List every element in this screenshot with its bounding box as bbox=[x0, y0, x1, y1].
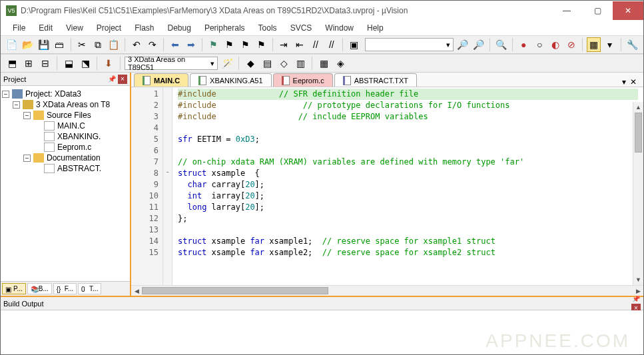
find-icon[interactable]: 🔎 bbox=[456, 37, 470, 52]
nav-fwd-icon[interactable]: ➡ bbox=[184, 37, 198, 52]
configure-icon[interactable]: 🔧 bbox=[625, 37, 639, 52]
menu-tools[interactable]: Tools bbox=[253, 22, 282, 34]
scroll-down-icon[interactable]: ▼ bbox=[633, 274, 643, 285]
scroll-left-icon[interactable]: ◀ bbox=[131, 288, 142, 294]
save-icon[interactable]: 💾 bbox=[37, 37, 51, 52]
file-icon bbox=[343, 76, 351, 85]
editor-tab[interactable]: MAIN.C bbox=[134, 73, 188, 87]
translate-icon[interactable]: ⬒ bbox=[5, 56, 19, 71]
project-tab[interactable]: 0T... bbox=[78, 283, 101, 294]
close-button[interactable]: ✕ bbox=[613, 1, 643, 20]
h-scroll-thumb[interactable] bbox=[142, 287, 328, 294]
project-tab[interactable]: {}F... bbox=[53, 283, 77, 294]
tree-file[interactable]: Eeprom.c bbox=[2, 142, 129, 153]
horizontal-scrollbar[interactable]: ◀ ▶ bbox=[131, 285, 643, 296]
build-output-body[interactable]: APPNEE.COM bbox=[1, 310, 643, 355]
tree-expander-icon[interactable]: – bbox=[13, 101, 20, 109]
manage-rte-icon[interactable]: ◈ bbox=[333, 56, 348, 71]
target-selector[interactable]: 3 XData Areas on T89C51▾ bbox=[125, 57, 218, 70]
menu-edit[interactable]: Edit bbox=[33, 22, 58, 34]
vertical-scrollbar[interactable]: ▲ ▼ bbox=[633, 102, 643, 285]
scroll-thumb[interactable] bbox=[635, 113, 642, 153]
manage-targets-icon[interactable]: ◆ bbox=[243, 56, 258, 71]
tree-file[interactable]: XBANKING. bbox=[2, 131, 129, 142]
build-icon[interactable]: ⊞ bbox=[21, 56, 36, 71]
tree-label: 3 XData Areas on T8 bbox=[36, 100, 110, 109]
macro-icon[interactable]: ▣ bbox=[347, 37, 361, 52]
debug-icon[interactable]: 🔍 bbox=[494, 37, 508, 52]
project-tab[interactable]: 📚B... bbox=[27, 283, 52, 294]
menu-file[interactable]: File bbox=[7, 22, 31, 34]
new-file-icon[interactable]: 📄 bbox=[5, 37, 19, 52]
books-icon[interactable]: ◇ bbox=[276, 56, 291, 71]
find-combo[interactable]: ▾ bbox=[365, 38, 454, 51]
editor-close-icon[interactable]: ✕ bbox=[630, 77, 637, 87]
menu-view[interactable]: View bbox=[61, 22, 89, 34]
menu-window[interactable]: Window bbox=[320, 22, 359, 34]
bookmark-next-icon[interactable]: ⚑ bbox=[238, 37, 252, 52]
layout-dropdown-icon[interactable]: ▾ bbox=[603, 37, 617, 52]
breakpoint-enable-icon[interactable]: ○ bbox=[533, 37, 547, 52]
outdent-icon[interactable]: ⇤ bbox=[293, 37, 307, 52]
window-menu-icon[interactable]: ▾ bbox=[622, 77, 626, 87]
menu-project[interactable]: Project bbox=[91, 22, 127, 34]
minimize-button[interactable]: — bbox=[551, 1, 582, 20]
window-layout-icon[interactable]: ▦ bbox=[587, 37, 601, 52]
menu-peripherals[interactable]: Peripherals bbox=[199, 22, 250, 34]
menu-svcs[interactable]: SVCS bbox=[285, 22, 318, 34]
tree-group[interactable]: –Source Files bbox=[2, 110, 129, 121]
tree-file[interactable]: ABSTRACT. bbox=[2, 163, 129, 174]
cut-icon[interactable]: ✂ bbox=[75, 37, 89, 52]
editor-tab[interactable]: Eeprom.c bbox=[273, 73, 333, 87]
code-area[interactable]: 123456789101112131415 - #include // SFR … bbox=[131, 87, 643, 285]
target-options-icon[interactable]: 🪄 bbox=[220, 56, 234, 71]
project-tab[interactable]: ▣P... bbox=[2, 283, 26, 294]
open-file-icon[interactable]: 📂 bbox=[21, 37, 35, 52]
maximize-button[interactable]: ▢ bbox=[582, 1, 613, 20]
breakpoint-kill-icon[interactable]: ⊘ bbox=[565, 37, 579, 52]
tree-expander-icon[interactable]: – bbox=[23, 155, 31, 162]
menu-debug[interactable]: Debug bbox=[162, 22, 196, 34]
indent-icon[interactable]: ⇥ bbox=[277, 37, 291, 52]
tree-target[interactable]: –3 XData Areas on T8 bbox=[2, 99, 129, 110]
rebuild-icon[interactable]: ⊟ bbox=[38, 56, 53, 71]
pack-icon[interactable]: ▦ bbox=[316, 56, 331, 71]
file-ext-icon[interactable]: ▤ bbox=[260, 56, 274, 71]
bookmark-icon[interactable]: ⚑ bbox=[206, 37, 220, 52]
editor-tab[interactable]: ABSTRACT.TXT bbox=[334, 73, 417, 87]
nav-back-icon[interactable]: ⬅ bbox=[168, 37, 182, 52]
tree-file[interactable]: MAIN.C bbox=[2, 121, 129, 131]
panel-close-icon[interactable]: × bbox=[118, 75, 127, 84]
fold-gutter[interactable]: - bbox=[163, 87, 172, 285]
stop-build-icon[interactable]: ⬔ bbox=[78, 56, 93, 71]
undo-icon[interactable]: ↶ bbox=[129, 37, 143, 52]
scroll-right-icon[interactable]: ▶ bbox=[633, 288, 643, 294]
bookmark-clear-icon[interactable]: ⚑ bbox=[254, 37, 268, 52]
comment-icon[interactable]: // bbox=[308, 37, 322, 52]
tree-expander-icon[interactable]: – bbox=[23, 112, 31, 119]
menu-flash[interactable]: Flash bbox=[129, 22, 159, 34]
download-icon[interactable]: ⬇ bbox=[101, 56, 116, 71]
menu-help[interactable]: Help bbox=[362, 22, 389, 34]
tree-group[interactable]: –Documentation bbox=[2, 153, 129, 163]
watermark-text: APPNEE.COM bbox=[485, 330, 630, 352]
copy-icon[interactable]: ⧉ bbox=[91, 37, 105, 52]
bookmark-prev-icon[interactable]: ⚑ bbox=[222, 37, 236, 52]
code-text[interactable]: #include // SFR definition header file #… bbox=[172, 87, 643, 285]
separator bbox=[71, 38, 71, 51]
batch-build-icon[interactable]: ⬓ bbox=[61, 56, 76, 71]
redo-icon[interactable]: ↷ bbox=[145, 37, 159, 52]
paste-icon[interactable]: 📋 bbox=[107, 37, 121, 52]
save-all-icon[interactable]: 🗃 bbox=[53, 37, 67, 52]
scroll-up-icon[interactable]: ▲ bbox=[633, 102, 643, 113]
tree-project-root[interactable]: –Project: XData3 bbox=[2, 89, 129, 99]
find-in-files-icon[interactable]: 🔎 bbox=[472, 37, 485, 52]
uncomment-icon[interactable]: // bbox=[324, 37, 338, 52]
tree-expander-icon[interactable]: – bbox=[2, 91, 9, 98]
project-tree[interactable]: –Project: XData3–3 XData Areas on T8–Sou… bbox=[1, 86, 130, 281]
pin-icon[interactable]: 📌 bbox=[107, 75, 117, 84]
breakpoint-insert-icon[interactable]: ● bbox=[517, 37, 531, 52]
editor-tab[interactable]: XBANKING.A51 bbox=[190, 73, 271, 87]
breakpoint-disable-icon[interactable]: ◐ bbox=[549, 37, 563, 52]
folders-icon[interactable]: ▥ bbox=[293, 56, 308, 71]
